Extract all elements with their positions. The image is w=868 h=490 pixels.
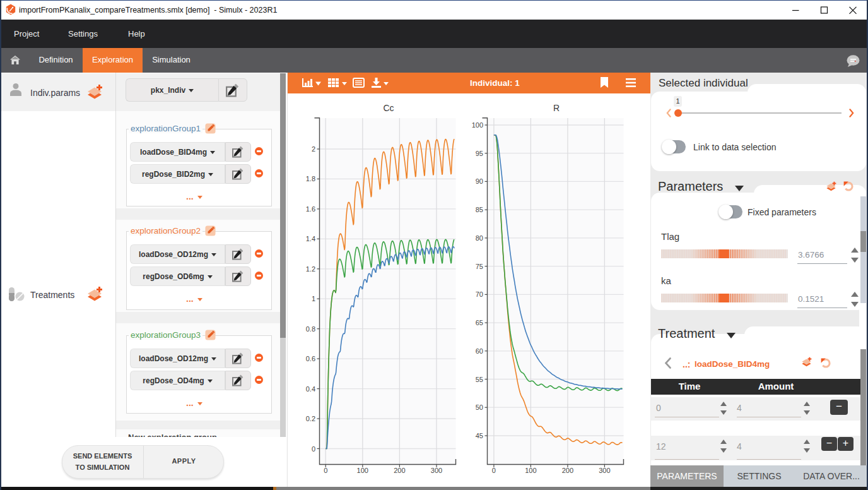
svg-text:85: 85 — [476, 206, 483, 213]
svg-text:95: 95 — [476, 150, 483, 157]
svg-text:200: 200 — [562, 467, 573, 474]
svg-text:90: 90 — [476, 177, 483, 185]
svg-text:0.6: 0.6 — [306, 355, 315, 362]
svg-text:0: 0 — [492, 467, 496, 474]
svg-text:0: 0 — [312, 445, 315, 453]
svg-text:300: 300 — [431, 467, 442, 474]
svg-text:60: 60 — [476, 347, 483, 355]
svg-text:1.6: 1.6 — [306, 205, 315, 213]
svg-text:75: 75 — [476, 263, 483, 270]
svg-text:80: 80 — [476, 234, 483, 242]
svg-text:200: 200 — [394, 467, 405, 474]
svg-text:50: 50 — [476, 403, 483, 411]
svg-text:65: 65 — [476, 319, 483, 326]
svg-text:100: 100 — [472, 121, 483, 129]
svg-text:55: 55 — [476, 376, 483, 383]
svg-text:1.4: 1.4 — [306, 235, 315, 242]
svg-text:70: 70 — [476, 290, 483, 298]
svg-text:100: 100 — [525, 467, 536, 474]
svg-text:0: 0 — [324, 467, 327, 474]
svg-text:45: 45 — [476, 432, 483, 439]
svg-text:300: 300 — [599, 467, 610, 474]
svg-text:1.2: 1.2 — [306, 265, 315, 273]
svg-text:0.4: 0.4 — [306, 385, 315, 393]
svg-text:0.2: 0.2 — [306, 415, 315, 422]
svg-text:100: 100 — [357, 467, 368, 474]
svg-text:1.8: 1.8 — [306, 175, 315, 182]
svg-text:0.8: 0.8 — [306, 325, 315, 333]
svg-text:1: 1 — [312, 295, 315, 302]
svg-text:2: 2 — [312, 145, 315, 153]
